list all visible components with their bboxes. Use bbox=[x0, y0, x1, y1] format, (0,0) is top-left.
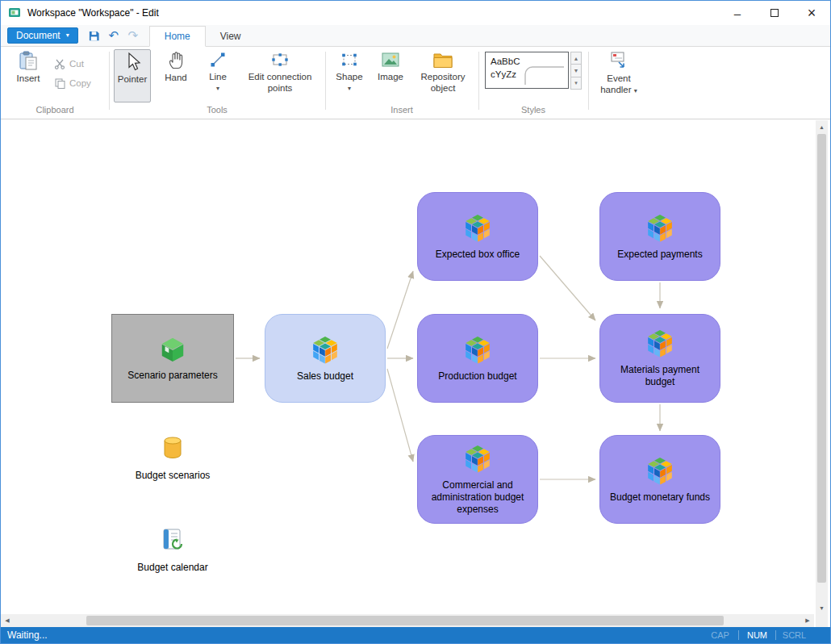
image-icon bbox=[380, 50, 401, 69]
line-icon bbox=[209, 50, 227, 69]
gallery-up-button[interactable]: ▲ bbox=[570, 52, 582, 65]
cut-button[interactable]: Cut bbox=[54, 58, 84, 69]
title-bar: Workspace "Workspace" - Edit – × bbox=[1, 1, 830, 25]
chevron-down-icon: ▾ bbox=[66, 32, 69, 39]
diagram-node-budget-monetary-funds[interactable]: Budget monetary funds bbox=[599, 435, 720, 524]
save-icon bbox=[88, 30, 100, 42]
line-tool-button[interactable]: Line ▾ bbox=[199, 50, 236, 102]
chevron-down-icon: ▾ bbox=[634, 87, 637, 94]
scissors-icon bbox=[54, 58, 65, 69]
diagram-node-expected-box-office[interactable]: Expected box office bbox=[417, 192, 538, 281]
hand-tool-button[interactable]: Hand bbox=[157, 50, 194, 102]
status-bar: Waiting... CAP NUM SCRL bbox=[1, 627, 830, 643]
minimize-button[interactable]: – bbox=[719, 1, 756, 25]
down-arrow-icon: ▼ bbox=[819, 605, 825, 611]
diagram-node-sales-budget[interactable]: Sales budget bbox=[265, 314, 386, 403]
calendar-icon bbox=[161, 527, 185, 551]
edit-connection-points-button[interactable]: Edit connection points bbox=[240, 50, 320, 102]
gallery-down-button[interactable]: ▼ bbox=[570, 64, 582, 77]
shape-button[interactable]: Shape ▾ bbox=[330, 50, 369, 102]
cube-icon bbox=[645, 213, 674, 242]
scroll-lock-indicator: SCRL bbox=[776, 630, 812, 640]
cube-icon bbox=[311, 335, 340, 364]
horizontal-scroll-thumb[interactable] bbox=[86, 616, 724, 625]
node-label: Expected box office bbox=[428, 249, 528, 261]
diagram-node-scenario-parameters[interactable]: Scenario parameters bbox=[111, 314, 234, 403]
connection-points-icon bbox=[269, 50, 290, 69]
pointer-cursor-icon bbox=[123, 52, 141, 72]
group-label-clipboard: Clipboard bbox=[1, 105, 109, 115]
tab-view[interactable]: View bbox=[206, 26, 256, 47]
scrollbar-corner bbox=[816, 614, 828, 627]
down-arrow-icon: ▼ bbox=[574, 68, 579, 73]
style-preview-line2: cYyZz bbox=[491, 69, 520, 82]
diagram-node-commercial-admin-budget-expenses[interactable]: Commercial and administration budget exp… bbox=[417, 435, 538, 524]
node-label: Budget monetary funds bbox=[603, 491, 717, 504]
group-label-insert: Insert bbox=[325, 105, 478, 115]
style-shape-preview bbox=[524, 65, 566, 86]
app-icon bbox=[8, 6, 21, 19]
node-label: Materials payment budget bbox=[600, 364, 720, 388]
hand-icon bbox=[167, 50, 185, 70]
cube-icon bbox=[463, 335, 492, 364]
diagram-node-materials-payment-budget[interactable]: Materials payment budget bbox=[599, 314, 720, 403]
minimize-icon: – bbox=[734, 6, 741, 20]
diagram-node-expected-payments[interactable]: Expected payments bbox=[599, 192, 720, 281]
save-button[interactable] bbox=[86, 27, 102, 44]
diagram-item-budget-calendar[interactable]: Budget calendar bbox=[119, 527, 227, 573]
redo-icon: ↷ bbox=[127, 28, 138, 43]
scroll-down-button[interactable]: ▼ bbox=[816, 601, 828, 614]
scroll-right-button[interactable]: ▶ bbox=[801, 614, 814, 627]
redo-button[interactable]: ↷ bbox=[125, 27, 141, 44]
event-handler-button[interactable]: Event handler ▾ bbox=[593, 50, 645, 102]
close-icon: × bbox=[808, 6, 816, 20]
cube-icon bbox=[645, 456, 674, 485]
cylinder-database-icon bbox=[162, 437, 183, 459]
num-lock-indicator: NUM bbox=[739, 630, 775, 640]
image-button[interactable]: Image bbox=[372, 50, 409, 102]
group-separator bbox=[109, 52, 110, 110]
document-menu-button[interactable]: Document ▾ bbox=[7, 27, 78, 44]
insert-paste-button[interactable]: Insert bbox=[9, 50, 48, 102]
node-label: Scenario parameters bbox=[120, 370, 224, 382]
styles-gallery[interactable]: AaBbC cYyZz bbox=[485, 52, 569, 89]
repository-object-button[interactable]: Repository object bbox=[412, 50, 474, 102]
window-title: Workspace "Workspace" - Edit bbox=[27, 7, 159, 19]
style-preview-line1: AaBbC bbox=[491, 56, 520, 69]
copy-button[interactable]: Copy bbox=[54, 77, 91, 89]
undo-icon: ↶ bbox=[108, 28, 119, 43]
cube-icon bbox=[645, 328, 674, 358]
clipboard-icon bbox=[18, 50, 39, 71]
diagram-node-production-budget[interactable]: Production budget bbox=[417, 314, 538, 403]
item-label: Budget calendar bbox=[137, 562, 207, 573]
left-arrow-icon: ◀ bbox=[5, 617, 9, 624]
vertical-scrollbar[interactable]: ▲ ▼ bbox=[816, 120, 828, 614]
maximize-button[interactable] bbox=[756, 1, 793, 25]
node-label: Sales budget bbox=[290, 370, 361, 383]
gallery-more-button[interactable]: ▾ bbox=[570, 77, 582, 90]
diagram-canvas[interactable]: Scenario parameters Sales budget Expecte… bbox=[1, 120, 814, 614]
cube-icon bbox=[463, 444, 492, 473]
event-handler-icon bbox=[608, 50, 629, 71]
up-arrow-icon: ▲ bbox=[574, 56, 579, 61]
status-message: Waiting... bbox=[7, 629, 48, 641]
group-separator bbox=[478, 52, 479, 110]
pointer-tool-button[interactable]: Pointer bbox=[114, 49, 151, 102]
group-separator bbox=[325, 52, 326, 110]
horizontal-scrollbar[interactable]: ◀ ▶ bbox=[1, 614, 814, 627]
diagram-item-budget-scenarios[interactable]: Budget scenarios bbox=[119, 437, 227, 481]
scroll-left-button[interactable]: ◀ bbox=[1, 614, 14, 627]
close-button[interactable]: × bbox=[793, 1, 830, 25]
vertical-scroll-thumb[interactable] bbox=[817, 134, 826, 583]
ribbon: Insert Cut Copy Clipboard Pointer bbox=[1, 47, 830, 119]
up-arrow-icon: ▲ bbox=[819, 124, 825, 130]
gallery-more-icon: ▾ bbox=[574, 80, 578, 86]
cube-icon bbox=[463, 213, 492, 242]
scroll-up-button[interactable]: ▲ bbox=[816, 120, 828, 133]
tab-home[interactable]: Home bbox=[149, 26, 206, 47]
caps-lock-indicator: CAP bbox=[702, 630, 738, 640]
group-label-styles: Styles bbox=[478, 105, 588, 115]
copy-icon bbox=[54, 77, 65, 89]
undo-button[interactable]: ↶ bbox=[106, 27, 122, 44]
shape-icon bbox=[340, 50, 359, 69]
